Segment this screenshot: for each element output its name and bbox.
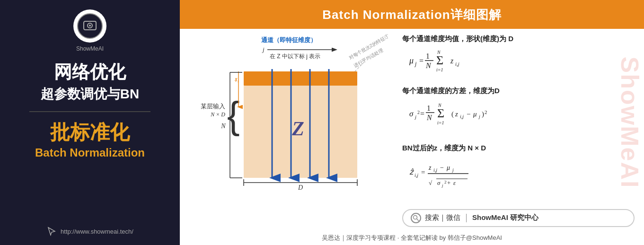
math-formula-3: ẑ i,j = z i,j − μ j √ (402, 155, 635, 194)
svg-text:σ: σ (437, 179, 441, 186)
svg-text:=: = (421, 168, 425, 176)
svg-text:i=1: i=1 (437, 120, 444, 125)
content-row: 通道（即特征维度） j 在 Z 中以下标 j 表示 对每个批次Z的特征① 进行平… (180, 29, 644, 232)
svg-text:i,j: i,j (415, 173, 418, 178)
svg-text:j: j (414, 114, 416, 120)
svg-text:i,j: i,j (455, 61, 459, 67)
svg-text:σ: σ (409, 109, 414, 118)
svg-text:ε: ε (453, 179, 456, 186)
logo-icon (82, 19, 98, 33)
svg-text:μ: μ (473, 110, 477, 118)
math-title-2: 每个通道维度的方差，维度为D (402, 87, 635, 96)
svg-point-2 (89, 25, 91, 26)
footer-bar: 吴恩达｜深度学习专项课程 · 全套笔记解读 by 韩信子@ShowMeAI (180, 232, 644, 245)
svg-line-79 (417, 219, 419, 221)
svg-text:1: 1 (427, 104, 431, 112)
svg-text:−: − (440, 164, 444, 171)
svg-text:=: = (419, 57, 423, 65)
subtitle: 超参数调优与BN (41, 86, 139, 103)
svg-text:x: x (234, 75, 238, 82)
math-section-1: 每个通道维度均值，形状(维度)为 D μ j = 1 N Σ i=1 N (402, 35, 635, 76)
svg-text:2: 2 (444, 180, 447, 184)
math-formula-2: σ j 2 = 1 N Σ i=1 N ( z i,j − μ (402, 97, 635, 132)
svg-text:N: N (437, 50, 441, 55)
right-panel: Batch Normalization详细图解 通道（即特征维度） j 在 Z … (180, 0, 644, 245)
svg-text:2: 2 (417, 110, 420, 115)
svg-text:某层输入: 某层输入 (201, 103, 225, 110)
svg-text:Σ: Σ (437, 106, 444, 120)
website-row: http://www.showmeai.tech/ (0, 226, 180, 236)
svg-text:{: { (227, 94, 240, 136)
logo-area: ShowMeAI (73, 9, 106, 52)
bn-diagram: 通道（即特征维度） j 在 Z 中以下标 j 表示 对每个批次Z的特征① 进行平… (189, 34, 388, 204)
svg-text:j: j (478, 114, 480, 119)
cursor-icon (47, 227, 56, 236)
svg-text:2: 2 (485, 109, 487, 115)
svg-text:z: z (428, 164, 432, 171)
svg-text:i,j: i,j (433, 167, 437, 173)
svg-text:通道（即特征维度）: 通道（即特征维度） (261, 36, 317, 44)
search-svg (413, 215, 419, 221)
svg-rect-12 (244, 71, 357, 86)
logo-circle (73, 9, 106, 43)
batch-en-label: Batch Normalization (35, 146, 145, 159)
nav-icon (46, 226, 57, 236)
math-section-2: 每个通道维度的方差，维度为D σ j 2 = 1 N Σ i=1 N ( (402, 87, 635, 132)
svg-text:=: = (420, 110, 424, 118)
svg-text:N × D: N × D (210, 111, 225, 118)
svg-text:√: √ (429, 179, 432, 186)
svg-text:μ: μ (409, 56, 414, 65)
search-divider (466, 214, 467, 222)
website-url: http://www.showmeai.tech/ (61, 228, 133, 235)
svg-text:i,j: i,j (460, 114, 464, 119)
logo-inner (77, 13, 103, 39)
svg-text:Z: Z (291, 118, 304, 140)
math-title-1: 每个通道维度均值，形状(维度)为 D (402, 35, 635, 44)
svg-text:ẑ: ẑ (409, 168, 414, 176)
svg-text:N: N (221, 122, 226, 130)
svg-text:+: + (447, 179, 450, 186)
formula-var-svg: σ j 2 = 1 N Σ i=1 N ( z i,j − μ (407, 97, 558, 131)
page-header: Batch Normalization详细图解 (180, 0, 644, 29)
formula-bn-svg: ẑ i,j = z i,j − μ j √ (407, 155, 558, 192)
svg-marker-3 (48, 228, 55, 235)
search-bar[interactable]: 搜索｜微信 ShowMeAI 研究中心 (402, 209, 635, 227)
search-brand: ShowMeAI 研究中心 (472, 213, 538, 222)
svg-point-78 (414, 215, 417, 219)
diagram-area: 通道（即特征维度） j 在 Z 中以下标 j 表示 对每个批次Z的特征① 进行平… (180, 29, 397, 232)
svg-text:j: j (451, 167, 454, 173)
math-title-3: BN过后的z，维度为 N × D (402, 144, 635, 153)
svg-text:j: j (262, 46, 265, 53)
math-section-3: BN过后的z，维度为 N × D ẑ i,j = z i,j − μ j (402, 144, 635, 194)
show-me-ai-label: ShowMeAI (76, 45, 104, 52)
svg-text:(: ( (451, 110, 454, 118)
svg-text:−: − (467, 110, 470, 118)
formula-mean-svg: μ j = 1 N Σ i=1 N z i,j (407, 45, 539, 74)
svg-text:1: 1 (426, 52, 430, 60)
svg-text:j: j (414, 61, 417, 67)
search-text: 搜索｜微信 (425, 213, 460, 222)
svg-text:D: D (298, 184, 303, 191)
divider (29, 111, 150, 112)
svg-text:μ: μ (446, 164, 450, 171)
svg-text:在 Z 中以下标 j 表示: 在 Z 中以下标 j 表示 (270, 53, 320, 60)
svg-text:Σ: Σ (436, 53, 443, 67)
svg-text:N: N (425, 61, 432, 70)
svg-text:): ) (482, 110, 484, 118)
svg-text:i=1: i=1 (436, 67, 443, 72)
search-icon (411, 213, 421, 223)
batch-cn-label: 批标准化 (50, 121, 130, 144)
main-title: 网络优化 (54, 61, 126, 83)
svg-text:z: z (455, 110, 458, 118)
svg-text:j: j (441, 183, 443, 188)
left-panel: ShowMeAI 网络优化 超参数调优与BN 批标准化 Batch Normal… (0, 0, 180, 245)
svg-text:N: N (426, 114, 432, 122)
svg-text:z: z (450, 57, 454, 65)
math-panel: 每个通道维度均值，形状(维度)为 D μ j = 1 N Σ i=1 N (397, 29, 644, 232)
math-formula-1: μ j = 1 N Σ i=1 N z i,j (402, 45, 635, 76)
svg-text:N: N (438, 103, 442, 108)
